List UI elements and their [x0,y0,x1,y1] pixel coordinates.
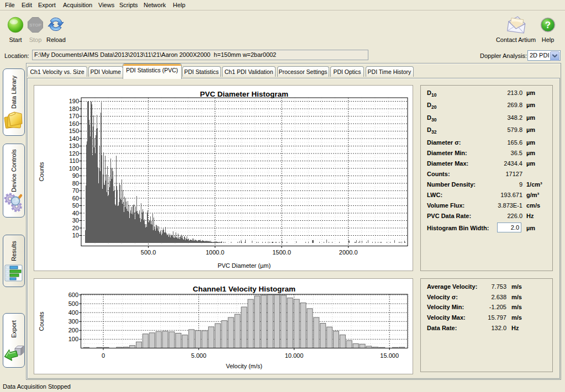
svg-text:STOP: STOP [29,23,41,28]
svg-text:?: ? [545,20,551,30]
